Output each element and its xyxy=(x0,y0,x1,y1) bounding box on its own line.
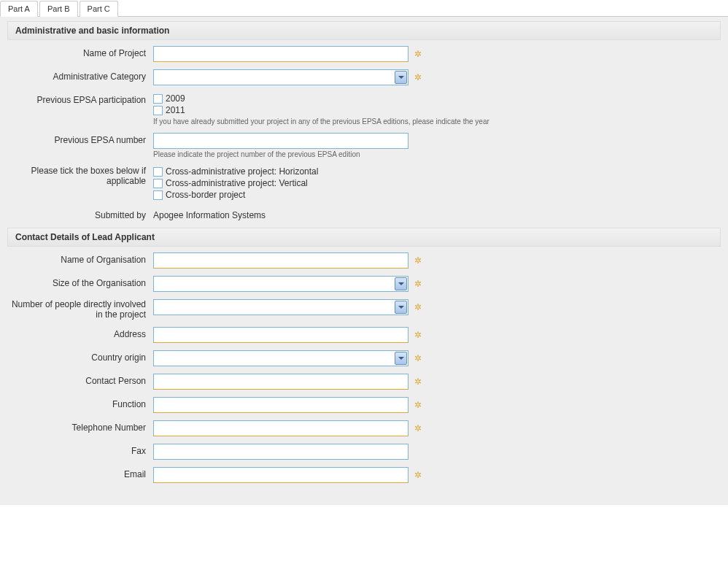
helper-prev-participation: If you have already submitted your proje… xyxy=(153,117,489,126)
checkbox-2009[interactable] xyxy=(153,94,163,104)
label-address: Address xyxy=(7,327,153,339)
input-email[interactable] xyxy=(153,467,408,483)
checkbox-cross-border[interactable] xyxy=(153,190,163,200)
checkbox-2011-label: 2011 xyxy=(166,105,185,115)
section-contact-header: Contact Details of Lead Applicant xyxy=(7,228,721,247)
checkbox-cross-horizontal-label: Cross-administrative project: Horizontal xyxy=(166,166,318,177)
tab-part-c[interactable]: Part C xyxy=(80,1,118,17)
required-icon: ✲ xyxy=(414,353,422,363)
select-org-size[interactable] xyxy=(153,276,408,292)
label-function: Function xyxy=(7,397,153,409)
label-telephone: Telephone Number xyxy=(7,420,153,433)
input-telephone[interactable] xyxy=(153,420,408,436)
label-country: Country origin xyxy=(7,350,153,363)
label-org-name: Name of Organisation xyxy=(7,252,153,265)
checkbox-cross-border-label: Cross-border project xyxy=(166,190,245,200)
required-icon: ✲ xyxy=(414,302,422,312)
label-email: Email xyxy=(7,467,153,479)
checkbox-cross-vertical-label: Cross-administrative project: Vertical xyxy=(166,178,308,188)
value-submitted-by: Apogee Information Systems xyxy=(153,208,266,220)
label-prev-participation: Previous EPSA participation xyxy=(7,93,153,105)
input-fax[interactable] xyxy=(153,444,408,460)
label-org-size: Size of the Organisation xyxy=(7,276,153,288)
input-prev-epsa-number[interactable] xyxy=(153,133,408,149)
required-icon: ✲ xyxy=(414,255,422,266)
required-icon: ✲ xyxy=(414,330,422,340)
select-people-involved[interactable] xyxy=(153,299,408,315)
label-prev-epsa-number: Previous EPSA number xyxy=(7,133,153,145)
required-icon: ✲ xyxy=(414,423,422,433)
checkbox-cross-horizontal[interactable] xyxy=(153,167,163,177)
required-icon: ✲ xyxy=(414,279,422,289)
form-area: Administrative and basic information Nam… xyxy=(0,17,728,505)
tab-part-b[interactable]: Part B xyxy=(39,1,78,17)
label-tick-boxes: Please tick the boxes below if applicabl… xyxy=(7,166,153,186)
select-country[interactable] xyxy=(153,350,408,366)
required-icon: ✲ xyxy=(414,400,422,410)
checkbox-2011[interactable] xyxy=(153,106,163,115)
required-icon: ✲ xyxy=(414,377,422,387)
tab-part-a[interactable]: Part A xyxy=(0,1,38,17)
input-name-of-project[interactable] xyxy=(153,46,408,62)
label-submitted-by: Submitted by xyxy=(7,208,153,220)
label-admin-category: Administrative Category xyxy=(7,69,153,82)
helper-prev-epsa-number: Please indicate the project number of th… xyxy=(153,150,408,158)
section-admin-header: Administrative and basic information xyxy=(7,21,721,40)
label-name-of-project: Name of Project xyxy=(7,46,153,58)
input-contact-person[interactable] xyxy=(153,374,408,390)
label-contact-person: Contact Person xyxy=(7,374,153,386)
required-icon: ✲ xyxy=(414,72,422,82)
label-people-involved: Number of people directly involved in th… xyxy=(7,299,153,320)
required-icon: ✲ xyxy=(414,470,422,480)
tabs-bar: Part A Part B Part C xyxy=(0,0,728,17)
label-fax: Fax xyxy=(7,444,153,456)
input-function[interactable] xyxy=(153,397,408,413)
required-icon: ✲ xyxy=(414,49,422,59)
input-org-name[interactable] xyxy=(153,252,408,269)
checkbox-cross-vertical[interactable] xyxy=(153,179,163,188)
input-address[interactable] xyxy=(153,327,408,343)
checkbox-2009-label: 2009 xyxy=(166,93,185,104)
select-admin-category[interactable] xyxy=(153,69,408,85)
